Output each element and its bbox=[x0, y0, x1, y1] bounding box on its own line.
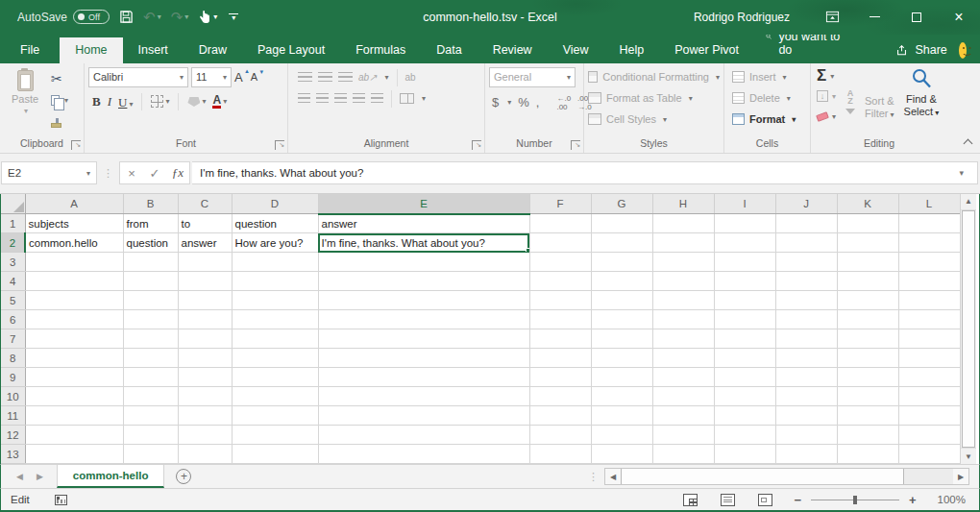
zoom-in-button[interactable]: + bbox=[909, 493, 917, 507]
find-select-dropdown-icon[interactable]: ▾ bbox=[935, 109, 939, 117]
cell-F1[interactable] bbox=[529, 214, 591, 233]
cell-H10[interactable] bbox=[652, 387, 714, 406]
page-layout-view-icon[interactable] bbox=[721, 494, 735, 506]
accounting-format-button[interactable]: $ bbox=[492, 95, 499, 110]
normal-view-icon[interactable] bbox=[683, 494, 698, 506]
cell-C8[interactable] bbox=[178, 349, 232, 368]
conditional-formatting-button[interactable]: Conditional Formatting▾ bbox=[588, 67, 720, 87]
column-header-E[interactable]: E bbox=[318, 194, 529, 214]
column-header-G[interactable]: G bbox=[591, 194, 652, 214]
cell-G6[interactable] bbox=[591, 310, 652, 329]
row-header-7[interactable]: 7 bbox=[1, 329, 25, 349]
cell-F9[interactable] bbox=[529, 368, 591, 387]
cell-L5[interactable] bbox=[898, 291, 960, 310]
cell-A8[interactable] bbox=[25, 349, 123, 368]
tab-help[interactable]: Help bbox=[604, 37, 660, 63]
cell-G5[interactable] bbox=[591, 291, 652, 310]
cell-F13[interactable] bbox=[529, 445, 591, 464]
column-header-F[interactable]: F bbox=[529, 194, 591, 214]
tab-data[interactable]: Data bbox=[421, 37, 477, 63]
format-cells-button[interactable]: Format▾ bbox=[732, 110, 806, 130]
cell-B2[interactable]: question bbox=[123, 233, 178, 253]
formula-bar-resize-handle[interactable]: ⋮ bbox=[97, 167, 119, 180]
cell-H4[interactable] bbox=[652, 272, 714, 291]
copy-dropdown-icon[interactable]: ▾ bbox=[64, 96, 68, 105]
column-header-C[interactable]: C bbox=[178, 194, 232, 214]
cell-G12[interactable] bbox=[591, 426, 652, 445]
cell-G11[interactable] bbox=[591, 406, 652, 426]
cell-L12[interactable] bbox=[898, 426, 960, 445]
cell-K3[interactable] bbox=[837, 253, 898, 272]
decrease-indent-icon[interactable] bbox=[353, 93, 365, 104]
cell-H13[interactable] bbox=[652, 445, 714, 464]
font-color-dropdown-icon[interactable]: ▾ bbox=[223, 97, 227, 106]
cell-I13[interactable] bbox=[714, 445, 775, 464]
cell-A1[interactable]: subjects bbox=[25, 214, 123, 233]
next-sheet-icon[interactable]: ▶ bbox=[37, 472, 43, 481]
cell-C4[interactable] bbox=[178, 272, 232, 291]
name-box-dropdown-icon[interactable]: ▾ bbox=[86, 169, 90, 178]
cell-K11[interactable] bbox=[837, 406, 898, 426]
clipboard-dialog-launcher[interactable] bbox=[71, 140, 81, 150]
zoom-out-button[interactable]: − bbox=[794, 493, 801, 507]
cell-B3[interactable] bbox=[123, 253, 178, 272]
cell-I12[interactable] bbox=[714, 426, 775, 445]
redo-dropdown-icon[interactable]: ▾ bbox=[184, 12, 188, 21]
row-header-9[interactable]: 9 bbox=[1, 368, 25, 387]
wrap-text-icon[interactable]: ab bbox=[405, 72, 416, 83]
cell-E10[interactable] bbox=[318, 387, 529, 406]
comma-style-button[interactable]: , bbox=[536, 95, 540, 110]
cell-C2[interactable]: answer bbox=[178, 233, 232, 253]
delete-cells-button[interactable]: Delete▾ bbox=[732, 88, 806, 109]
customize-qat-button[interactable]: ▾ bbox=[227, 13, 240, 20]
cell-J4[interactable] bbox=[775, 272, 837, 291]
cell-J11[interactable] bbox=[775, 406, 837, 426]
horizontal-scrollbar[interactable]: ◀ ▶ bbox=[604, 468, 969, 485]
cell-C3[interactable] bbox=[178, 253, 232, 272]
zoom-slider[interactable] bbox=[811, 500, 899, 500]
italic-button[interactable]: I bbox=[108, 94, 111, 110]
cell-E8[interactable] bbox=[318, 349, 529, 368]
font-dialog-launcher[interactable] bbox=[275, 140, 284, 150]
sort-filter-label[interactable]: Sort &Filter▾ bbox=[865, 95, 894, 121]
cell-D9[interactable] bbox=[232, 368, 318, 387]
cell-G1[interactable] bbox=[591, 214, 652, 233]
cell-B10[interactable] bbox=[123, 387, 178, 406]
cell-F2[interactable] bbox=[529, 233, 591, 253]
cell-E4[interactable] bbox=[318, 272, 529, 291]
cell-E1[interactable]: answer bbox=[318, 214, 529, 233]
font-color-button[interactable]: A▾ bbox=[212, 95, 227, 109]
cell-C6[interactable] bbox=[178, 310, 232, 329]
cancel-entry-button[interactable]: × bbox=[120, 166, 143, 181]
cell-I5[interactable] bbox=[714, 291, 775, 310]
font-family-combo[interactable]: Calibri▾ bbox=[88, 67, 188, 87]
cell-A11[interactable] bbox=[25, 406, 123, 426]
cell-J8[interactable] bbox=[775, 349, 837, 368]
user-name[interactable]: Rodrigo Rodriguez bbox=[694, 11, 790, 24]
cell-I8[interactable] bbox=[714, 349, 775, 368]
scroll-right-icon[interactable]: ▶ bbox=[953, 469, 968, 484]
cell-C5[interactable] bbox=[178, 291, 232, 310]
align-center-icon[interactable] bbox=[316, 93, 329, 104]
underline-dropdown-icon[interactable]: ▾ bbox=[129, 100, 133, 109]
cell-I9[interactable] bbox=[714, 368, 775, 387]
cell-H2[interactable] bbox=[652, 233, 714, 253]
cell-I11[interactable] bbox=[714, 406, 775, 426]
cell-J1[interactable] bbox=[775, 214, 837, 233]
cell-G2[interactable] bbox=[591, 233, 652, 253]
cell-H9[interactable] bbox=[652, 368, 714, 387]
cell-G13[interactable] bbox=[591, 445, 652, 464]
cell-H5[interactable] bbox=[652, 291, 714, 310]
cell-J2[interactable] bbox=[775, 233, 837, 253]
column-header-B[interactable]: B bbox=[123, 194, 178, 214]
cell-A12[interactable] bbox=[25, 426, 123, 445]
number-format-combo[interactable]: General▾ bbox=[489, 67, 576, 87]
align-right-icon[interactable] bbox=[334, 93, 347, 104]
cut-button[interactable]: ✂ bbox=[48, 69, 71, 88]
tab-file[interactable]: File bbox=[0, 37, 60, 63]
find-select-button[interactable]: Find &Select▾ bbox=[902, 67, 943, 136]
cell-H11[interactable] bbox=[652, 406, 714, 426]
cell-K10[interactable] bbox=[837, 387, 898, 406]
row-header-1[interactable]: 1 bbox=[1, 214, 25, 233]
cell-A5[interactable] bbox=[25, 291, 123, 310]
